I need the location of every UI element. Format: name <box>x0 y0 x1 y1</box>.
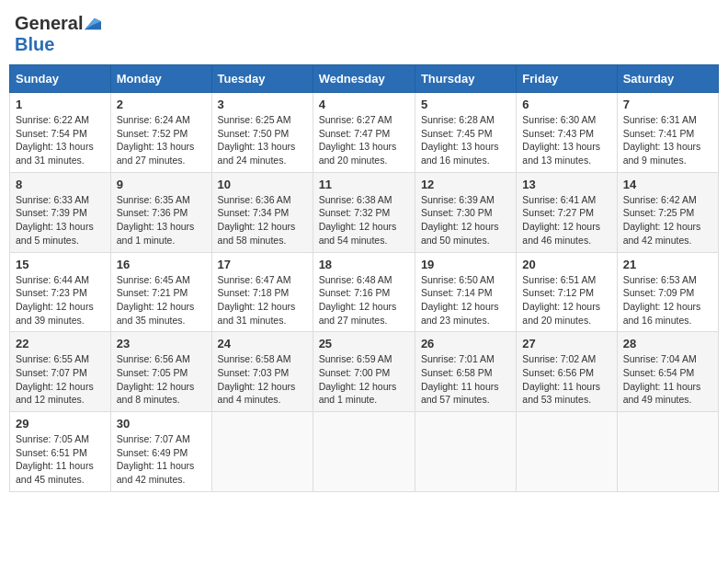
column-header-saturday: Saturday <box>617 65 718 93</box>
day-info: Sunrise: 6:41 AMSunset: 7:27 PMDaylight:… <box>522 193 610 247</box>
day-info: Sunrise: 6:24 AMSunset: 7:52 PMDaylight:… <box>117 113 206 167</box>
day-info: Sunrise: 6:28 AMSunset: 7:45 PMDaylight:… <box>421 113 510 167</box>
calendar-cell: 15Sunrise: 6:44 AMSunset: 7:23 PMDayligh… <box>10 252 111 332</box>
calendar-cell: 17Sunrise: 6:47 AMSunset: 7:18 PMDayligh… <box>211 252 313 332</box>
calendar-cell <box>211 412 313 492</box>
logo-icon <box>85 17 101 30</box>
calendar-cell: 22Sunrise: 6:55 AMSunset: 7:07 PMDayligh… <box>10 332 111 412</box>
day-number: 13 <box>522 178 610 191</box>
day-info: Sunrise: 7:04 AMSunset: 6:54 PMDaylight:… <box>623 352 712 407</box>
calendar-cell: 2Sunrise: 6:24 AMSunset: 7:52 PMDaylight… <box>110 93 211 173</box>
logo-general: General <box>15 13 83 34</box>
calendar-week-row: 1Sunrise: 6:22 AMSunset: 7:54 PMDaylight… <box>10 93 719 173</box>
day-number: 7 <box>623 98 712 111</box>
day-info: Sunrise: 6:47 AMSunset: 7:18 PMDaylight:… <box>218 273 307 327</box>
day-info: Sunrise: 6:36 AMSunset: 7:34 PMDaylight:… <box>218 193 307 247</box>
day-info: Sunrise: 6:56 AMSunset: 7:05 PMDaylight:… <box>117 352 206 407</box>
day-info: Sunrise: 6:33 AMSunset: 7:39 PMDaylight:… <box>16 193 105 247</box>
page-header: General Blue <box>9 9 719 59</box>
day-info: Sunrise: 6:22 AMSunset: 7:54 PMDaylight:… <box>16 113 105 167</box>
day-info: Sunrise: 6:35 AMSunset: 7:36 PMDaylight:… <box>117 193 206 247</box>
day-number: 1 <box>16 98 105 111</box>
calendar-cell: 29Sunrise: 7:05 AMSunset: 6:51 PMDayligh… <box>10 412 111 492</box>
calendar-cell: 27Sunrise: 7:02 AMSunset: 6:56 PMDayligh… <box>517 332 617 412</box>
day-info: Sunrise: 7:02 AMSunset: 6:56 PMDaylight:… <box>522 352 610 407</box>
calendar-cell: 20Sunrise: 6:51 AMSunset: 7:12 PMDayligh… <box>517 252 617 332</box>
day-number: 18 <box>319 258 409 271</box>
calendar-cell: 13Sunrise: 6:41 AMSunset: 7:27 PMDayligh… <box>517 172 617 252</box>
day-info: Sunrise: 7:05 AMSunset: 6:51 PMDaylight:… <box>16 432 105 487</box>
day-info: Sunrise: 6:39 AMSunset: 7:30 PMDaylight:… <box>421 193 510 247</box>
logo: General Blue <box>15 13 101 55</box>
calendar-cell: 12Sunrise: 6:39 AMSunset: 7:30 PMDayligh… <box>415 172 516 252</box>
day-number: 2 <box>117 98 206 111</box>
calendar-cell: 1Sunrise: 6:22 AMSunset: 7:54 PMDaylight… <box>10 93 111 173</box>
day-info: Sunrise: 6:50 AMSunset: 7:14 PMDaylight:… <box>421 273 510 327</box>
day-info: Sunrise: 6:38 AMSunset: 7:32 PMDaylight:… <box>319 193 409 247</box>
day-number: 11 <box>319 178 409 191</box>
day-number: 19 <box>421 258 510 271</box>
day-number: 9 <box>117 178 206 191</box>
calendar-cell: 18Sunrise: 6:48 AMSunset: 7:16 PMDayligh… <box>313 252 415 332</box>
column-header-tuesday: Tuesday <box>211 65 313 93</box>
calendar-cell: 19Sunrise: 6:50 AMSunset: 7:14 PMDayligh… <box>415 252 516 332</box>
day-info: Sunrise: 6:53 AMSunset: 7:09 PMDaylight:… <box>623 273 712 327</box>
day-number: 24 <box>218 337 307 350</box>
calendar-cell <box>415 412 516 492</box>
calendar-cell: 4Sunrise: 6:27 AMSunset: 7:47 PMDaylight… <box>313 93 415 173</box>
calendar-cell: 3Sunrise: 6:25 AMSunset: 7:50 PMDaylight… <box>211 93 313 173</box>
column-header-monday: Monday <box>110 65 211 93</box>
day-number: 14 <box>623 178 712 191</box>
calendar-cell: 24Sunrise: 6:58 AMSunset: 7:03 PMDayligh… <box>211 332 313 412</box>
day-info: Sunrise: 6:30 AMSunset: 7:43 PMDaylight:… <box>522 113 610 167</box>
column-header-friday: Friday <box>517 65 617 93</box>
calendar-cell <box>517 412 617 492</box>
calendar-cell: 7Sunrise: 6:31 AMSunset: 7:41 PMDaylight… <box>617 93 718 173</box>
day-number: 6 <box>522 98 610 111</box>
day-number: 16 <box>117 258 206 271</box>
day-info: Sunrise: 6:45 AMSunset: 7:21 PMDaylight:… <box>117 273 206 327</box>
calendar-week-row: 15Sunrise: 6:44 AMSunset: 7:23 PMDayligh… <box>10 252 719 332</box>
calendar-cell: 10Sunrise: 6:36 AMSunset: 7:34 PMDayligh… <box>211 172 313 252</box>
day-number: 25 <box>319 337 409 350</box>
day-info: Sunrise: 6:51 AMSunset: 7:12 PMDaylight:… <box>522 273 610 327</box>
calendar-cell: 5Sunrise: 6:28 AMSunset: 7:45 PMDaylight… <box>415 93 516 173</box>
calendar-cell: 26Sunrise: 7:01 AMSunset: 6:58 PMDayligh… <box>415 332 516 412</box>
day-info: Sunrise: 6:59 AMSunset: 7:00 PMDaylight:… <box>319 352 409 407</box>
calendar-cell: 14Sunrise: 6:42 AMSunset: 7:25 PMDayligh… <box>617 172 718 252</box>
calendar-header-row: SundayMondayTuesdayWednesdayThursdayFrid… <box>10 65 719 93</box>
day-number: 23 <box>117 337 206 350</box>
day-number: 10 <box>218 178 307 191</box>
day-info: Sunrise: 6:31 AMSunset: 7:41 PMDaylight:… <box>623 113 712 167</box>
calendar-cell: 25Sunrise: 6:59 AMSunset: 7:00 PMDayligh… <box>313 332 415 412</box>
calendar-cell: 23Sunrise: 6:56 AMSunset: 7:05 PMDayligh… <box>110 332 211 412</box>
day-number: 28 <box>623 337 712 350</box>
day-info: Sunrise: 6:27 AMSunset: 7:47 PMDaylight:… <box>319 113 409 167</box>
day-info: Sunrise: 6:48 AMSunset: 7:16 PMDaylight:… <box>319 273 409 327</box>
day-number: 17 <box>218 258 307 271</box>
calendar-cell <box>617 412 718 492</box>
calendar-cell: 9Sunrise: 6:35 AMSunset: 7:36 PMDaylight… <box>110 172 211 252</box>
day-number: 26 <box>421 337 510 350</box>
calendar-week-row: 22Sunrise: 6:55 AMSunset: 7:07 PMDayligh… <box>10 332 719 412</box>
day-number: 27 <box>522 337 610 350</box>
day-number: 20 <box>522 258 610 271</box>
column-header-wednesday: Wednesday <box>313 65 415 93</box>
column-header-sunday: Sunday <box>10 65 111 93</box>
calendar-cell <box>313 412 415 492</box>
day-number: 21 <box>623 258 712 271</box>
day-info: Sunrise: 6:44 AMSunset: 7:23 PMDaylight:… <box>16 273 105 327</box>
calendar-cell: 28Sunrise: 7:04 AMSunset: 6:54 PMDayligh… <box>617 332 718 412</box>
day-number: 8 <box>16 178 105 191</box>
column-header-thursday: Thursday <box>415 65 516 93</box>
day-info: Sunrise: 6:42 AMSunset: 7:25 PMDaylight:… <box>623 193 712 247</box>
day-info: Sunrise: 6:55 AMSunset: 7:07 PMDaylight:… <box>16 352 105 407</box>
day-number: 12 <box>421 178 510 191</box>
calendar-cell: 16Sunrise: 6:45 AMSunset: 7:21 PMDayligh… <box>110 252 211 332</box>
calendar-cell: 21Sunrise: 6:53 AMSunset: 7:09 PMDayligh… <box>617 252 718 332</box>
day-number: 29 <box>16 417 105 431</box>
calendar-table: SundayMondayTuesdayWednesdayThursdayFrid… <box>9 64 719 492</box>
calendar-cell: 6Sunrise: 6:30 AMSunset: 7:43 PMDaylight… <box>517 93 617 173</box>
day-number: 5 <box>421 98 510 111</box>
day-info: Sunrise: 6:25 AMSunset: 7:50 PMDaylight:… <box>218 113 307 167</box>
